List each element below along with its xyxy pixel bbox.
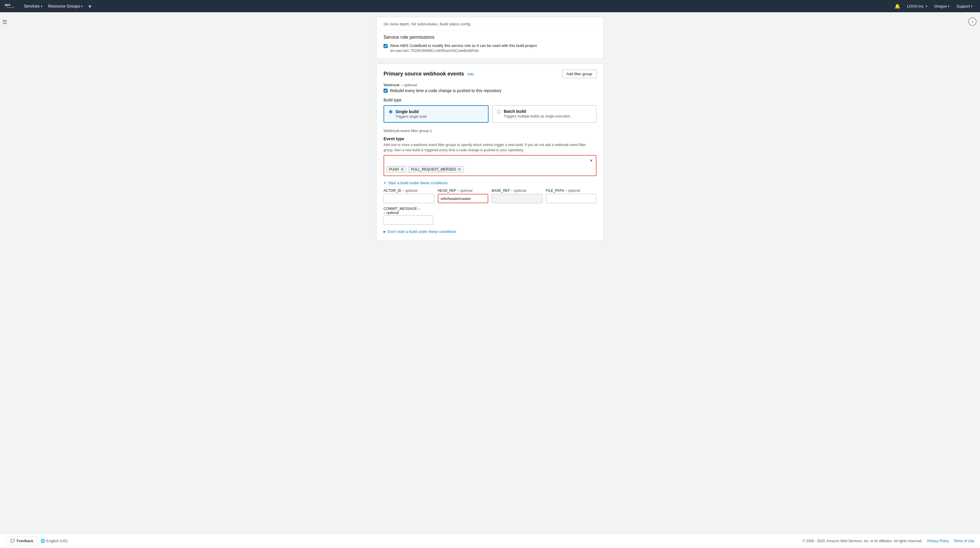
info-link[interactable]: Info bbox=[468, 72, 474, 76]
bottom-bar: 💬 Feedback 🌐 English (US) © 2008 - 2020,… bbox=[0, 534, 980, 548]
dont-start-toggle[interactable]: ▶ Don't start a build under these condit… bbox=[383, 229, 597, 234]
dropdown-arrow-icon[interactable]: ▼ bbox=[589, 159, 593, 163]
service-role-card: Git clone depth, Git submodules, Build s… bbox=[376, 17, 604, 59]
commit-message-label: COMMIT_MESSAGE –– optional bbox=[383, 206, 597, 215]
batch-build-text: Batch build Triggers multiple builds as … bbox=[504, 109, 570, 118]
rebuild-checkbox[interactable] bbox=[383, 89, 388, 93]
start-conditions-section: ▼ Start a build under these conditions A… bbox=[383, 181, 597, 225]
build-type-options: Single build Triggers single build Batch… bbox=[383, 105, 597, 123]
nav-services[interactable]: Services ▾ bbox=[21, 0, 45, 12]
file-path-input[interactable] bbox=[546, 194, 597, 203]
rebuild-checkbox-row: Rebuild every time a code change is push… bbox=[383, 88, 597, 93]
svg-text:aws: aws bbox=[5, 3, 11, 6]
help-icon[interactable]: ℹ bbox=[968, 17, 977, 25]
commit-message-input[interactable] bbox=[383, 215, 433, 225]
filter-group-title: Webhook event filter group 1 bbox=[383, 129, 597, 133]
terms-of-use-link[interactable]: Terms of Use bbox=[953, 539, 974, 543]
file-path-label: FILE_PATH – optional bbox=[546, 189, 597, 193]
rebuild-label: Rebuild every time a code change is push… bbox=[390, 88, 501, 93]
content-area: Git clone depth, Git submodules, Build s… bbox=[371, 17, 609, 241]
base-ref-label: BASE_REF – optional bbox=[492, 189, 542, 193]
head-ref-field-group: HEAD_REF – optional bbox=[438, 189, 488, 203]
service-role-section: Service role permissions Allow AWS CodeB… bbox=[383, 35, 597, 53]
batch-build-title: Batch build bbox=[504, 109, 570, 114]
event-tags: PUSH ✕ PULL_REQUEST_MERGED ✕ bbox=[387, 166, 593, 173]
event-type-desc: Add one or more a webhook event filter g… bbox=[383, 142, 597, 153]
event-dropdown-container[interactable]: ▼ PUSH ✕ PULL_REQUEST_MERGED ✕ bbox=[383, 155, 597, 176]
nav-region[interactable]: Oregon ▾ bbox=[931, 0, 952, 12]
batch-build-radio[interactable] bbox=[497, 110, 501, 113]
language-selector[interactable]: 🌐 English (US) bbox=[38, 535, 71, 547]
nav-right-actions: 🔔 LOVO Inc. ▾ Oregon ▾ Support ▾ bbox=[892, 0, 975, 12]
privacy-policy-link[interactable]: Privacy Policy bbox=[927, 539, 949, 543]
feedback-label: Feedback bbox=[17, 538, 33, 543]
event-type-section: Event type Add one or more a webhook eve… bbox=[383, 137, 597, 176]
allow-modify-role-row: Allow AWS CodeBuild to modify this servi… bbox=[383, 43, 597, 53]
base-ref-input[interactable] bbox=[492, 194, 542, 203]
file-path-field-group: FILE_PATH – optional bbox=[546, 189, 597, 203]
actor-id-field-group: ACTOR_ID – optional bbox=[383, 189, 434, 203]
dont-start-label: Don't start a build under these conditio… bbox=[388, 229, 456, 234]
aws-logo[interactable]: aws bbox=[5, 3, 16, 10]
start-conditions-label: Start a build under these conditions bbox=[388, 181, 448, 185]
language-label: English (US) bbox=[46, 538, 68, 543]
conditions-fields: ACTOR_ID – optional HEAD_REF – optional bbox=[383, 189, 597, 203]
top-navigation: aws Services ▾ Resource Groups ▾ ★ 🔔 LOV… bbox=[0, 0, 980, 12]
favorites-icon[interactable]: ★ bbox=[86, 3, 94, 9]
pull-request-merged-label: PULL_REQUEST_MERGED bbox=[411, 167, 456, 172]
bottom-right-info: © 2008 - 2020, Amazon Web Services, Inc.… bbox=[802, 539, 974, 543]
webhook-header: Primary source webhook events Info Add f… bbox=[383, 70, 597, 78]
single-build-desc: Triggers single build bbox=[396, 114, 427, 119]
commit-message-section: COMMIT_MESSAGE –– optional bbox=[383, 206, 597, 225]
nav-resource-groups[interactable]: Resource Groups ▾ bbox=[45, 0, 86, 12]
webhook-title-area: Primary source webhook events Info bbox=[383, 71, 474, 77]
feedback-button[interactable]: 💬 Feedback bbox=[6, 537, 38, 545]
push-tag: PUSH ✕ bbox=[387, 166, 407, 173]
head-ref-label: HEAD_REF – optional bbox=[438, 189, 488, 193]
push-tag-label: PUSH bbox=[389, 167, 399, 172]
head-ref-input[interactable] bbox=[438, 194, 488, 203]
nav-account[interactable]: LOVO Inc. ▾ bbox=[904, 0, 930, 12]
allow-modify-role-checkbox[interactable] bbox=[383, 44, 388, 48]
base-ref-field-group: BASE_REF – optional bbox=[492, 189, 542, 203]
dont-start-triangle-icon: ▶ bbox=[383, 230, 386, 233]
build-type-label: Build type bbox=[383, 98, 597, 102]
arn-text: arn:aws:iam::752601946661:role/ReactS3Co… bbox=[390, 49, 537, 53]
support-caret-icon: ▾ bbox=[971, 5, 972, 8]
event-type-title: Event type bbox=[383, 137, 597, 141]
globe-icon: 🌐 bbox=[41, 538, 45, 543]
nav-support[interactable]: Support ▾ bbox=[953, 0, 975, 12]
service-role-title: Service role permissions bbox=[383, 35, 597, 40]
single-build-radio[interactable] bbox=[389, 110, 393, 114]
copyright-text: © 2008 - 2020, Amazon Web Services, Inc.… bbox=[802, 539, 922, 543]
start-conditions-triangle-icon: ▼ bbox=[383, 181, 387, 184]
pull-request-merged-tag: PULL_REQUEST_MERGED ✕ bbox=[408, 166, 464, 173]
pull-request-merged-remove[interactable]: ✕ bbox=[458, 167, 461, 172]
resource-groups-caret-icon: ▾ bbox=[81, 5, 83, 8]
webhook-section-title: Primary source webhook events bbox=[383, 71, 464, 77]
feedback-icon: 💬 bbox=[10, 538, 15, 543]
allow-modify-role-text: Allow AWS CodeBuild to modify this servi… bbox=[390, 43, 537, 53]
region-caret-icon: ▾ bbox=[948, 5, 950, 8]
batch-build-option[interactable]: Batch build Triggers multiple builds as … bbox=[492, 105, 597, 123]
actor-id-label: ACTOR_ID – optional bbox=[383, 189, 434, 193]
push-tag-remove[interactable]: ✕ bbox=[401, 167, 404, 172]
services-caret-icon: ▾ bbox=[41, 5, 42, 8]
single-build-title: Single build bbox=[396, 109, 427, 114]
single-build-text: Single build Triggers single build bbox=[396, 109, 427, 119]
start-conditions-toggle[interactable]: ▼ Start a build under these conditions bbox=[383, 181, 597, 185]
batch-build-desc: Triggers multiple builds as single execu… bbox=[504, 114, 570, 118]
add-filter-group-button[interactable]: Add filter group bbox=[562, 70, 597, 78]
webhook-card: Primary source webhook events Info Add f… bbox=[376, 64, 604, 241]
git-config-text: Git clone depth, Git submodules, Build s… bbox=[383, 22, 597, 30]
single-build-option[interactable]: Single build Triggers single build bbox=[383, 105, 488, 123]
actor-id-input[interactable] bbox=[383, 194, 434, 203]
account-caret-icon: ▾ bbox=[926, 5, 927, 8]
main-content: Git clone depth, Git submodules, Build s… bbox=[0, 12, 980, 548]
sidebar-toggle-button[interactable]: ☰ bbox=[0, 17, 10, 27]
notifications-icon[interactable]: 🔔 bbox=[892, 3, 903, 9]
webhook-optional-label: Webhook – optional bbox=[383, 83, 597, 87]
